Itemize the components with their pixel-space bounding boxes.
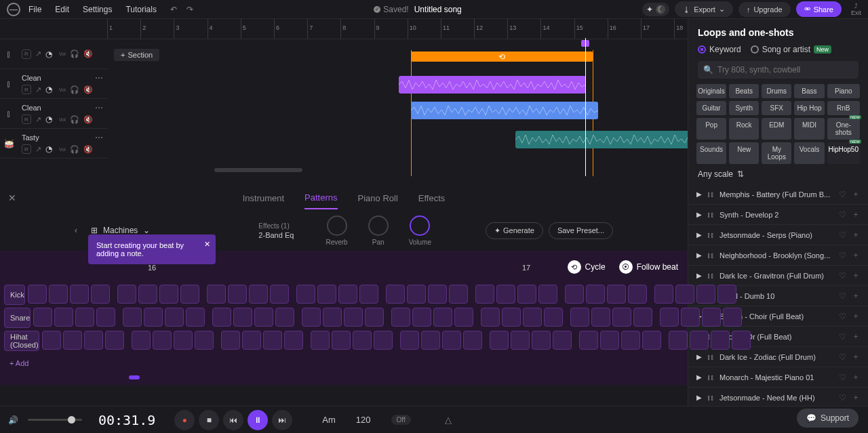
favorite-icon[interactable]: ♡	[839, 251, 846, 260]
track-headphone-icon[interactable]: 🎧	[70, 115, 79, 124]
pattern-cell[interactable]	[49, 285, 68, 304]
volume-slider[interactable]	[28, 419, 82, 421]
tempo-display[interactable]: 120	[356, 415, 371, 425]
pattern-cell[interactable]	[433, 308, 452, 327]
pattern-cell[interactable]	[496, 285, 515, 304]
loop-name[interactable]: Synth - Develop 2	[719, 211, 833, 219]
tempo-toggle[interactable]: Off	[391, 415, 411, 425]
add-loop-icon[interactable]: ＋	[852, 351, 860, 363]
pattern-cell[interactable]	[690, 331, 709, 350]
pattern-cell[interactable]	[63, 331, 82, 350]
pattern-cell[interactable]	[553, 331, 572, 350]
pattern-cell[interactable]	[681, 308, 700, 327]
add-loop-icon[interactable]: ＋	[852, 249, 860, 261]
pattern-cell[interactable]	[275, 308, 294, 327]
pattern-cell[interactable]	[207, 285, 226, 304]
pattern-cell[interactable]	[412, 308, 431, 327]
pattern-cell[interactable]	[633, 308, 652, 327]
record-button[interactable]: ●	[174, 410, 195, 430]
pattern-cell[interactable]	[284, 331, 303, 350]
ruler-tick[interactable]: 12	[474, 19, 507, 39]
track-menu-icon[interactable]: ⋯	[95, 73, 103, 83]
favorite-icon[interactable]: ♡	[839, 291, 846, 301]
pattern-cell[interactable]	[642, 331, 661, 350]
pattern-cell[interactable]	[628, 285, 647, 304]
play-loop-icon[interactable]: ▶	[696, 231, 702, 239]
pattern-cell[interactable]	[621, 331, 640, 350]
pattern-cell[interactable]	[117, 285, 136, 304]
pattern-cell[interactable]	[338, 285, 357, 304]
pattern-cell[interactable]	[565, 285, 584, 304]
prev-arrow-icon[interactable]: ‹	[75, 226, 77, 235]
forward-button[interactable]: ⏭	[272, 410, 292, 430]
filter-tag[interactable]: SFX	[762, 101, 791, 115]
metronome-icon[interactable]: △	[445, 415, 452, 425]
filter-tag[interactable]: Pop	[696, 118, 726, 140]
pattern-cell[interactable]	[660, 308, 679, 327]
ruler-tick[interactable]: 9	[374, 19, 408, 39]
pattern-cell[interactable]	[591, 308, 610, 327]
pattern-row-label[interactable]: Kick	[4, 285, 25, 305]
pattern-cell[interactable]	[732, 331, 751, 350]
effects-box[interactable]: Effects (1) 2-Band Eq	[258, 222, 294, 239]
tab-piano-roll[interactable]: Piano Roll	[358, 188, 398, 209]
scale-selector[interactable]: Any scale ⇅	[688, 164, 868, 184]
pattern-cell[interactable]	[502, 308, 521, 327]
pattern-cell[interactable]	[54, 308, 73, 327]
favorite-icon[interactable]: ♡	[839, 352, 846, 362]
pattern-cell[interactable]	[475, 285, 494, 304]
tab-effects[interactable]: Effects	[418, 188, 446, 209]
filter-tag[interactable]: My Loops	[762, 142, 791, 164]
pattern-cell[interactable]	[386, 285, 405, 304]
pattern-cell[interactable]	[400, 331, 419, 350]
ruler-tick[interactable]: 1	[107, 19, 140, 39]
pattern-cell[interactable]	[607, 285, 626, 304]
logo[interactable]	[7, 3, 20, 16]
play-loop-icon[interactable]: ▶	[696, 353, 702, 360]
pattern-cell[interactable]	[344, 308, 363, 327]
pattern-cell[interactable]	[374, 331, 393, 350]
generate-button[interactable]: ✦ Generate	[486, 222, 543, 239]
key-display[interactable]: Am	[322, 415, 336, 425]
filter-tag[interactable]: MIDI	[794, 118, 824, 140]
exit-button[interactable]: ⤴Exit	[851, 3, 861, 16]
pattern-cell[interactable]	[449, 285, 468, 304]
add-loop-icon[interactable]: ＋	[852, 188, 860, 200]
pattern-cell[interactable]	[711, 331, 730, 350]
filter-tag[interactable]: Sounds	[696, 142, 726, 164]
close-editor-icon[interactable]: ✕	[8, 192, 16, 203]
pattern-cell[interactable]	[570, 308, 589, 327]
cycle-toggle[interactable]: ⟲Cycle	[568, 260, 606, 274]
add-section-button[interactable]: + Section	[114, 49, 159, 61]
favorite-icon[interactable]: ♡	[839, 230, 846, 240]
filter-tag[interactable]: New	[729, 142, 759, 164]
pattern-cell[interactable]	[454, 308, 473, 327]
ruler-tick[interactable]: 16	[608, 19, 641, 39]
play-loop-icon[interactable]: ▶	[696, 394, 702, 401]
filter-tag[interactable]: Guitar	[696, 101, 726, 115]
loop-name[interactable]: Dark Ice - Gravitron (Full Drum)	[719, 272, 833, 280]
follow-beat-toggle[interactable]: ⦿Follow beat	[619, 260, 678, 274]
favorite-icon[interactable]: ♡	[839, 271, 846, 281]
filter-tag[interactable]: HipHop50NEW	[827, 142, 860, 164]
track-volume-knob[interactable]: ◔	[45, 144, 55, 154]
pattern-cell[interactable]	[669, 331, 688, 350]
add-loop-icon[interactable]: ＋	[852, 310, 860, 322]
pattern-cell[interactable]	[174, 331, 193, 350]
favorite-icon[interactable]: ♡	[839, 373, 846, 382]
pattern-cell[interactable]	[654, 285, 673, 304]
pattern-cell[interactable]	[28, 285, 47, 304]
pattern-cell[interactable]	[254, 308, 273, 327]
pattern-cell[interactable]	[263, 331, 282, 350]
radio-keyword[interactable]: Keyword	[698, 45, 741, 54]
pattern-cell[interactable]	[544, 308, 563, 327]
play-loop-icon[interactable]: ▶	[696, 272, 702, 279]
search-input-container[interactable]: 🔍	[698, 61, 859, 79]
track-automation-icon[interactable]: ↗	[35, 115, 41, 124]
pattern-cell[interactable]	[523, 308, 542, 327]
filter-tag[interactable]: Hip Hop	[794, 101, 824, 115]
pattern-cell[interactable]	[511, 331, 530, 350]
track-automation-icon[interactable]: ↗	[35, 85, 41, 94]
pattern-cell[interactable]	[42, 331, 61, 350]
track-headphone-icon[interactable]: 🎧	[70, 85, 79, 94]
